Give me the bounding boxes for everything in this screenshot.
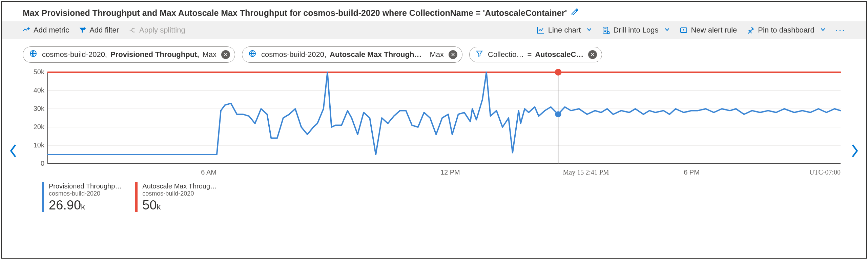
legend-card-provisioned[interactable]: Provisioned Throughp… cosmos-build-2020 … — [42, 182, 122, 212]
pin-icon — [746, 26, 755, 34]
svg-point-23 — [555, 111, 561, 117]
filter-pill-text: Collectio… = AutoscaleC… — [488, 50, 583, 59]
chart-type-button[interactable]: Line chart — [537, 26, 593, 35]
legend-2-unit: k — [157, 202, 161, 211]
pill1-agg: Max — [203, 50, 217, 59]
svg-text:30k: 30k — [34, 105, 45, 112]
edit-title-icon[interactable] — [571, 8, 579, 18]
chart-area: 10k20k30k40k50k06 AM12 PM6 PMMay 15 2:41… — [8, 69, 860, 181]
svg-text:40k: 40k — [34, 86, 45, 94]
pill1-scope: cosmos-build-2020, — [42, 50, 107, 59]
scope-icon — [29, 49, 37, 60]
pill2-agg: Max — [430, 50, 444, 59]
chart-type-label: Line chart — [548, 26, 581, 35]
scope-icon — [248, 49, 256, 60]
remove-metric-2-button[interactable]: ✕ — [449, 50, 457, 59]
remove-metric-1-button[interactable]: ✕ — [221, 50, 230, 59]
metrics-pill-row: cosmos-build-2020, Provisioned Throughpu… — [2, 39, 866, 65]
metric-pill-1[interactable]: cosmos-build-2020, Provisioned Throughpu… — [23, 46, 235, 63]
new-alert-button[interactable]: New alert rule — [680, 26, 737, 35]
new-alert-label: New alert rule — [691, 26, 737, 35]
pill2-scope: cosmos-build-2020, — [261, 50, 326, 59]
drill-logs-button[interactable]: Drill into Logs — [602, 26, 670, 35]
pill1-metric: Provisioned Throughput, — [110, 50, 199, 59]
add-metric-icon — [23, 26, 30, 34]
svg-text:20k: 20k — [34, 123, 45, 130]
add-metric-label: Add metric — [34, 26, 69, 35]
svg-text:May 15 2:41 PM: May 15 2:41 PM — [563, 168, 609, 176]
title-row: Max Provisioned Throughput and Max Autos… — [2, 2, 866, 21]
legend-1-title: Provisioned Throughp… — [49, 182, 122, 190]
add-metric-button[interactable]: Add metric — [23, 26, 69, 35]
metric-pill-2-text: cosmos-build-2020, Autoscale Max Through… — [261, 50, 421, 59]
filter-icon — [476, 50, 483, 59]
filter-pill[interactable]: Collectio… = AutoscaleC… ✕ — [469, 47, 602, 62]
chevron-down-icon — [586, 26, 592, 35]
chevron-down-icon — [820, 26, 826, 35]
svg-text:10k: 10k — [34, 141, 45, 149]
apply-splitting-icon — [128, 26, 136, 34]
previous-chart-button[interactable] — [8, 143, 18, 161]
legend-1-unit: k — [81, 202, 85, 211]
add-filter-label: Add filter — [89, 26, 119, 35]
metric-pill-2[interactable]: cosmos-build-2020, Autoscale Max Through… — [242, 46, 462, 63]
legend-1-number: 26.90 — [49, 198, 81, 212]
pin-dashboard-label: Pin to dashboard — [758, 26, 814, 35]
filter-name: Collectio… — [488, 50, 524, 59]
svg-text:UTC-07:00: UTC-07:00 — [809, 168, 841, 176]
remove-filter-button[interactable]: ✕ — [588, 50, 597, 59]
more-actions-button[interactable]: ··· — [835, 25, 845, 36]
next-chart-button[interactable] — [850, 143, 860, 161]
add-filter-icon — [79, 26, 86, 34]
pill2-metric: Autoscale Max Through… — [330, 50, 421, 59]
add-filter-button[interactable]: Add filter — [79, 26, 119, 35]
toolbar-right: Line chart Drill into Logs New alert rul — [537, 25, 845, 36]
svg-text:12 PM: 12 PM — [440, 168, 460, 176]
svg-text:0: 0 — [41, 160, 44, 167]
alert-icon — [680, 26, 688, 34]
svg-text:6 AM: 6 AM — [201, 168, 216, 176]
svg-text:50k: 50k — [34, 69, 45, 76]
drill-logs-label: Drill into Logs — [613, 26, 658, 35]
legend-2-title: Autoscale Max Throug… — [142, 182, 217, 190]
legend-2-sub: cosmos-build-2020 — [142, 190, 217, 198]
filter-eq: = — [527, 50, 532, 59]
page-title: Max Provisioned Throughput and Max Autos… — [23, 8, 567, 18]
legend-2-number: 50 — [142, 198, 157, 212]
legend-1-sub: cosmos-build-2020 — [49, 190, 122, 198]
filter-value: AutoscaleC… — [535, 50, 583, 59]
toolbar: Add metric Add filter Apply splitting — [2, 21, 866, 39]
toolbar-left: Add metric Add filter Apply splitting — [23, 26, 185, 35]
drill-logs-icon — [602, 26, 610, 34]
apply-splitting-button: Apply splitting — [128, 26, 185, 35]
legend-card-autoscale[interactable]: Autoscale Max Throug… cosmos-build-2020 … — [135, 182, 217, 212]
legend-2-value: 50k — [142, 198, 217, 213]
line-chart[interactable]: 10k20k30k40k50k06 AM12 PM6 PMMay 15 2:41… — [21, 69, 847, 181]
line-chart-icon — [537, 26, 545, 34]
svg-text:6 PM: 6 PM — [684, 168, 700, 176]
pin-dashboard-button[interactable]: Pin to dashboard — [746, 26, 826, 35]
chevron-down-icon — [664, 26, 670, 35]
metric-pill-1-text: cosmos-build-2020, Provisioned Throughpu… — [42, 50, 216, 59]
svg-point-22 — [555, 69, 562, 76]
metrics-chart-panel: Max Provisioned Throughput and Max Autos… — [1, 1, 867, 259]
legend-1-value: 26.90k — [49, 198, 122, 213]
apply-splitting-label: Apply splitting — [139, 26, 185, 35]
legend-row: Provisioned Throughp… cosmos-build-2020 … — [2, 181, 866, 212]
